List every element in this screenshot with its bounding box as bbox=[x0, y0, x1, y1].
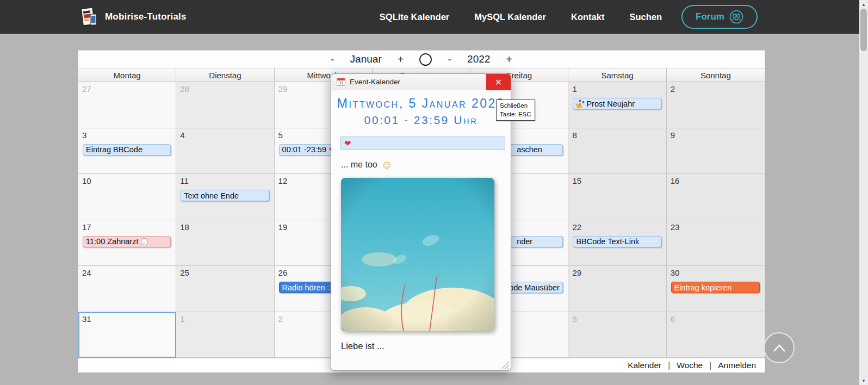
dialog-date-line: Mittwoch, 5 Januar 2022 bbox=[331, 95, 511, 112]
day-number: 18 bbox=[180, 222, 270, 232]
dialog-time-line: 00:01 - 23:59 Uhr bbox=[331, 112, 511, 128]
calendar-page-icon-number: 31 bbox=[337, 80, 345, 86]
forum-button[interactable]: Forum bbox=[681, 5, 758, 29]
calendar-cell[interactable]: 22BBCode Text-Link bbox=[568, 220, 666, 266]
heart-balloons-image bbox=[341, 178, 494, 331]
smiley-icon: ☺ bbox=[381, 159, 393, 170]
tooth-icon bbox=[141, 238, 147, 245]
calendar-cell[interactable]: 3Eintrag BBCode bbox=[78, 128, 176, 175]
day-number: 15 bbox=[572, 176, 662, 186]
event-prost-neujahr[interactable]: Prost Neujahr bbox=[573, 98, 661, 109]
page-scrollbar[interactable]: ▲ ▼ bbox=[859, 0, 868, 385]
scrollbar-down-arrow[interactable]: ▼ bbox=[859, 377, 868, 384]
nav-item-sqlite-kalender[interactable]: SQLite Kalender bbox=[380, 12, 449, 22]
calendar-cell[interactable]: 16 bbox=[667, 174, 765, 220]
calendar-cell[interactable]: 18 bbox=[176, 220, 274, 266]
calendar-cell[interactable]: 1Prost Neujahr bbox=[568, 82, 666, 128]
weekday-header-samstag: Samstag bbox=[568, 69, 666, 82]
day-number: 31 bbox=[82, 314, 172, 324]
brand[interactable]: Mobirise-Tutorials bbox=[78, 0, 187, 34]
calendar-cell[interactable]: 27 bbox=[78, 82, 176, 128]
day-number: 8 bbox=[572, 131, 662, 140]
calendar-cell[interactable]: 15 bbox=[568, 174, 666, 220]
footer-link-anmelden[interactable]: Anmelden bbox=[718, 361, 756, 370]
dialog-resize-grip[interactable] bbox=[501, 361, 509, 369]
event-label: 00:01 -23:59 bbox=[282, 145, 326, 154]
site-header: Mobirise-Tutorials SQLite KalenderMySQL … bbox=[0, 0, 868, 34]
nav-item-kontakt[interactable]: Kontakt bbox=[571, 12, 604, 22]
year-label: 2022 bbox=[467, 53, 490, 65]
event-label: Radio hören bbox=[282, 283, 325, 292]
calendar-cell[interactable]: 24 bbox=[78, 266, 176, 312]
month-prev-button[interactable]: - bbox=[330, 53, 336, 66]
footer-link-kalender[interactable]: Kalender bbox=[628, 361, 661, 370]
day-number: 9 bbox=[671, 131, 761, 140]
day-number: 16 bbox=[671, 176, 761, 186]
scrollbar-thumb[interactable] bbox=[860, 9, 867, 51]
calendar-cell[interactable]: 23 bbox=[667, 220, 765, 266]
event-text-ohne-ende[interactable]: Text ohne Ende bbox=[181, 190, 269, 201]
day-number: 24 bbox=[82, 268, 172, 278]
close-tooltip: Schließen Taste: ESC bbox=[496, 100, 535, 121]
event-label: ode Mausüber bbox=[509, 283, 560, 292]
year-next-button[interactable]: + bbox=[505, 53, 513, 66]
weekday-header-montag: Montag bbox=[78, 69, 176, 82]
chevron-up-icon bbox=[772, 343, 786, 353]
month-label: Januar bbox=[350, 53, 382, 65]
event-entry-field[interactable]: ❤ bbox=[340, 136, 505, 150]
event-eintrag-bbcode[interactable]: Eintrag BBCode bbox=[83, 144, 171, 156]
event-dialog: 31 Event-Kalender ✕ Mittwoch, 5 Januar 2… bbox=[331, 73, 511, 371]
event-eintrag-kopieren[interactable]: Eintrag kopieren bbox=[671, 282, 760, 293]
calendar-cell-today[interactable]: 31 bbox=[78, 312, 176, 358]
dialog-title: Event-Kalender bbox=[350, 78, 400, 86]
calendar-cell[interactable]: 28 bbox=[176, 82, 274, 128]
calendar-cell[interactable]: 10 bbox=[78, 174, 176, 220]
nav-item-mysql-kalender[interactable]: MySQL Kalender bbox=[474, 12, 546, 22]
event-label: Eintrag kopieren bbox=[674, 283, 732, 292]
calendar-cell[interactable]: 30Eintrag kopieren bbox=[667, 266, 765, 312]
party-icon bbox=[575, 99, 585, 109]
forum-button-label: Forum bbox=[696, 11, 724, 22]
calendar-cell[interactable]: 9 bbox=[667, 128, 765, 175]
calendar-cell[interactable]: 29 bbox=[568, 266, 666, 312]
day-number: 25 bbox=[180, 268, 270, 278]
scroll-to-top-button[interactable] bbox=[764, 332, 795, 363]
scrollbar-up-arrow[interactable]: ▲ bbox=[859, 1, 868, 8]
day-number: 2 bbox=[671, 84, 761, 94]
close-tooltip-line1: Schließen bbox=[500, 102, 531, 110]
event-label: Prost Neujahr bbox=[586, 100, 635, 108]
day-number: 6 bbox=[671, 314, 761, 324]
year-prev-button[interactable]: - bbox=[447, 53, 452, 66]
event-comment: ... me too ☺ bbox=[341, 159, 511, 170]
calendar-cell[interactable]: 4 bbox=[176, 128, 274, 175]
calendar-cell[interactable]: 6 bbox=[667, 312, 765, 358]
community-icon bbox=[729, 10, 743, 24]
event-label: Eintrag BBCode bbox=[86, 145, 142, 154]
event-bbcode-text-link[interactable]: BBCode Text-Link bbox=[573, 236, 661, 247]
calendar-cell[interactable]: 1 bbox=[176, 312, 274, 358]
nav-item-suchen[interactable]: Suchen bbox=[629, 12, 662, 22]
dialog-close-button[interactable]: ✕ bbox=[486, 74, 511, 90]
footer-link-woche[interactable]: Woche bbox=[677, 361, 703, 370]
calendar-cell[interactable]: 11Text ohne Ende bbox=[176, 174, 274, 220]
main-nav: SQLite KalenderMySQL KalenderKontaktSuch… bbox=[380, 0, 662, 34]
dialog-titlebar[interactable]: 31 Event-Kalender ✕ bbox=[331, 74, 511, 90]
brand-title: Mobirise-Tutorials bbox=[105, 11, 187, 22]
calendar-cell[interactable]: 5 bbox=[568, 312, 666, 358]
calendar-cell[interactable]: 1711:00 Zahnarzt bbox=[78, 220, 176, 266]
event-label: Text ohne Ende bbox=[184, 191, 239, 200]
footer-separator: | bbox=[668, 361, 670, 370]
month-next-button[interactable]: + bbox=[396, 53, 405, 66]
day-number: 29 bbox=[572, 268, 662, 278]
calendar-cell[interactable]: 8 bbox=[568, 128, 666, 175]
calendar-cell[interactable]: 2 bbox=[667, 82, 765, 128]
day-number: 28 bbox=[180, 84, 270, 94]
today-circle-button[interactable] bbox=[419, 53, 432, 66]
event-11-00-zahnarzt[interactable]: 11:00 Zahnarzt bbox=[83, 236, 171, 247]
day-number: 30 bbox=[671, 268, 761, 278]
event-photo bbox=[341, 178, 494, 331]
event-caption: Liebe ist ... bbox=[341, 341, 511, 351]
calendar-cell[interactable]: 25 bbox=[176, 266, 274, 312]
close-tooltip-line2: Taste: ESC bbox=[500, 110, 531, 119]
day-number: 4 bbox=[180, 131, 270, 140]
